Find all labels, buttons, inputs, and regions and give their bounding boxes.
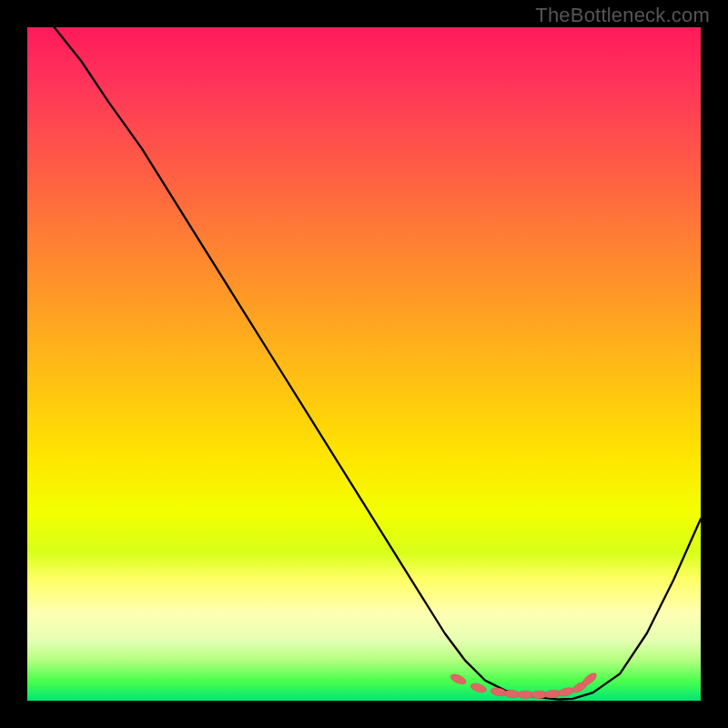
chart-plot-area: [27, 27, 701, 701]
optimal-marker: [470, 682, 488, 693]
optimal-range-markers: [450, 671, 599, 698]
optimal-marker: [557, 686, 574, 698]
chart-svg: [27, 27, 701, 701]
optimal-marker: [450, 672, 468, 686]
watermark-text: TheBottleneck.com: [535, 4, 710, 27]
bottleneck-curve-line: [55, 27, 701, 700]
